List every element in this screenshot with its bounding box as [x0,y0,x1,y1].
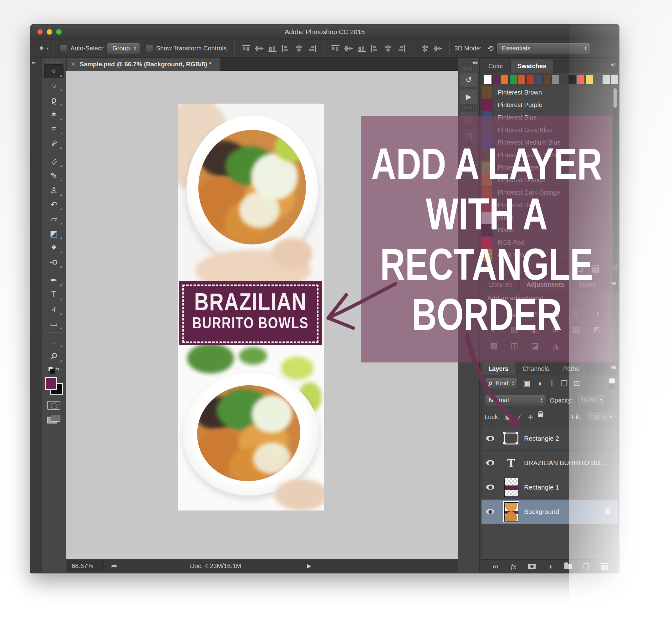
panel-menu-icon[interactable]: ▾≡ [611,364,615,371]
new-layer-icon[interactable]: ❏ [582,562,590,571]
panel-menu-icon[interactable]: ▾≡ [611,61,615,68]
zoom-tool[interactable]: ⚲ [44,349,64,363]
lock-pixels-icon[interactable]: ✓ [515,414,523,421]
filter-image-icon[interactable]: ▣ [521,379,533,388]
link-layers-icon[interactable]: ∞ [492,562,499,571]
workspace-dropdown[interactable]: Essentials ▴▾ [497,43,590,54]
delete-layer-icon[interactable] [601,565,608,570]
swatch-cell[interactable] [501,75,509,84]
history-panel-icon[interactable]: ↺ [460,73,477,87]
screen-mode-button[interactable] [47,415,61,423]
blur-tool[interactable]: ♠ [44,241,64,255]
filter-adjustment-icon[interactable]: ◑ [533,379,546,388]
rectangle-tool[interactable]: ▭ [44,317,64,330]
crop-tool[interactable]: ⌗ [44,122,64,136]
filter-type-icon[interactable]: T [546,379,558,388]
clone-stamp-tool[interactable]: ♙ [44,183,64,197]
swatch-list-item[interactable]: Pinterest Brown [481,86,618,99]
3d-rotate-icon[interactable]: ⟲ [487,44,494,53]
distribute-horizontal-centers-icon[interactable] [384,45,392,52]
status-options-icon[interactable]: ▶ [307,560,311,572]
swatch-cell[interactable] [526,75,534,84]
collapse-panels-icon[interactable]: ◀◀ [458,57,479,65]
swatch-cell[interactable] [484,75,492,84]
eyedropper-tool[interactable]: ✑ [44,136,64,150]
marquee-tool[interactable]: ◌ [44,78,64,93]
default-colors-icon[interactable] [48,367,53,372]
close-document-icon[interactable]: × [71,60,75,68]
brush-tool[interactable]: ✎ [44,169,64,183]
layer-mask-icon[interactable] [528,564,535,569]
blend-mode-dropdown[interactable]: Normal ▴▾ [485,395,546,406]
distribute-right-edges-icon[interactable] [397,45,405,52]
filter-toggle-switch[interactable] [609,378,615,389]
distribute-top-edges-icon[interactable] [331,45,339,52]
swap-colors-icon[interactable]: ⇆ [55,366,59,372]
swatch-cell[interactable] [518,75,526,84]
eye-icon[interactable] [486,460,494,465]
show-transform-controls-checkbox[interactable] [146,45,153,52]
history-brush-tool[interactable]: ↶ [44,198,64,212]
align-bottom-edges-icon[interactable] [268,45,277,52]
spot-healing-tool[interactable]: ▱ [44,154,64,168]
distribute-bottom-edges-icon[interactable] [358,45,366,52]
magic-wand-tool[interactable]: ✶ [44,107,64,121]
distribute-heights-icon[interactable] [434,45,442,52]
lasso-tool[interactable]: ϱ [44,93,64,107]
share-icon[interactable]: ➦ [106,560,122,572]
eye-icon[interactable] [486,485,494,490]
auto-select-dropdown[interactable]: Group ▴▾ [107,43,140,54]
tab-paths[interactable]: Paths [556,362,586,375]
layer-style-icon[interactable]: fx [510,562,518,571]
quick-mask-button[interactable] [47,401,61,410]
fill-dropdown[interactable]: 100% ▾ [586,412,615,423]
swatch-cell[interactable] [611,75,619,84]
hand-tool[interactable]: ☞ [44,334,64,349]
eye-icon[interactable] [486,436,494,441]
swatch-cell[interactable] [535,75,543,84]
distribute-vertical-centers-icon[interactable] [344,45,353,52]
expand-panel-icon[interactable]: ▸▸ [32,60,35,65]
tab-layers[interactable]: Layers [481,362,516,375]
swatch-cell[interactable] [594,75,602,84]
dodge-tool[interactable]: ⚲ [44,255,64,269]
move-tool-preset-icon[interactable]: ⌖▾ [39,43,48,53]
panel-drag-grip[interactable] [47,60,61,63]
lock-transparency-icon[interactable]: ▦ [504,414,512,421]
swatch-cell[interactable] [493,75,500,84]
layer-row-brazilian-burrito-bo-[interactable]: TBRAZILIAN BURRITO BO... [481,451,618,475]
filter-shape-icon[interactable]: ❒ [558,379,571,388]
zoom-level-field[interactable]: 66.67% [67,560,103,572]
align-right-edges-icon[interactable] [308,45,316,52]
swatch-cell[interactable] [585,75,593,84]
move-tool[interactable]: ⌖ [44,64,64,78]
swatch-cell[interactable] [569,75,576,84]
align-horizontal-centers-icon[interactable] [295,45,303,52]
tab-color[interactable]: Color [481,60,510,73]
layer-row-rectangle-2[interactable]: Rectangle 2 [481,426,618,451]
opacity-dropdown[interactable]: 100% ▾ [576,395,605,406]
tab-channels[interactable]: Channels [516,362,556,375]
path-selection-tool[interactable]: ➢ [44,302,64,316]
filter-smart-object-icon[interactable]: ⊡ [571,379,583,388]
align-vertical-centers-icon[interactable] [255,45,263,52]
swatch-cell[interactable] [552,75,559,84]
panel-drag-grip[interactable] [462,67,476,70]
layer-filter-dropdown[interactable]: Kind ▴▾ [485,378,518,389]
eraser-tool[interactable]: ▱ [44,212,64,226]
swatch-cell[interactable] [509,75,517,84]
actions-panel-icon[interactable]: ▶ [460,90,477,104]
lock-all-icon[interactable] [538,414,543,417]
lock-position-icon[interactable]: ✛ [527,414,535,421]
align-left-edges-icon[interactable] [282,45,290,52]
align-top-edges-icon[interactable] [242,45,250,52]
panel-drag-grip[interactable] [462,107,476,109]
scrollbar-thumb[interactable] [614,88,617,108]
type-tool[interactable]: T [44,288,64,302]
distribute-widths-icon[interactable] [421,45,429,52]
eye-icon[interactable] [486,509,494,514]
swatch-cell[interactable] [543,75,551,84]
swatch-cell[interactable] [602,75,610,84]
document-tab[interactable]: × Sample.psd @ 66.7% (Background, RGB/8)… [67,57,220,71]
tab-swatches[interactable]: Swatches [510,60,553,73]
